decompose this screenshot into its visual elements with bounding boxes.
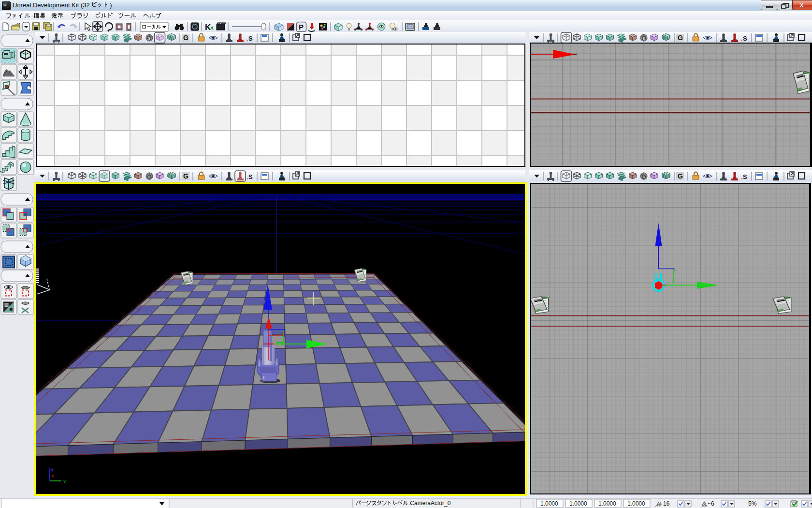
svg-text:S: S bbox=[643, 175, 645, 179]
svg-text:S: S bbox=[643, 37, 645, 40]
svg-text:P: P bbox=[299, 23, 304, 31]
svg-text:S: S bbox=[743, 35, 747, 42]
svg-text:G: G bbox=[678, 34, 683, 42]
svg-text:x: x bbox=[52, 473, 54, 478]
svg-text:G: G bbox=[183, 34, 188, 42]
svg-text:S: S bbox=[248, 173, 253, 180]
svg-text:1.0000: 1.0000 bbox=[569, 500, 587, 507]
svg-text:G: G bbox=[678, 172, 683, 180]
svg-text:1.0000: 1.0000 bbox=[598, 500, 616, 507]
svg-text:S: S bbox=[148, 175, 151, 179]
svg-text:K: K bbox=[205, 23, 211, 32]
svg-text:Z: Z bbox=[51, 468, 54, 473]
svg-text:S: S bbox=[148, 37, 151, 40]
svg-text:5%: 5% bbox=[748, 500, 757, 507]
svg-text:1.0000: 1.0000 bbox=[627, 500, 645, 507]
svg-text:G: G bbox=[183, 172, 188, 180]
svg-text:16: 16 bbox=[663, 500, 670, 507]
svg-text:S: S bbox=[743, 173, 747, 180]
svg-text:Y: Y bbox=[63, 479, 66, 484]
svg-text:~6: ~6 bbox=[708, 500, 714, 507]
svg-text:S: S bbox=[248, 35, 253, 42]
svg-text:.CameraActor_0: .CameraActor_0 bbox=[408, 500, 451, 507]
svg-text:1.0000: 1.0000 bbox=[540, 500, 558, 507]
